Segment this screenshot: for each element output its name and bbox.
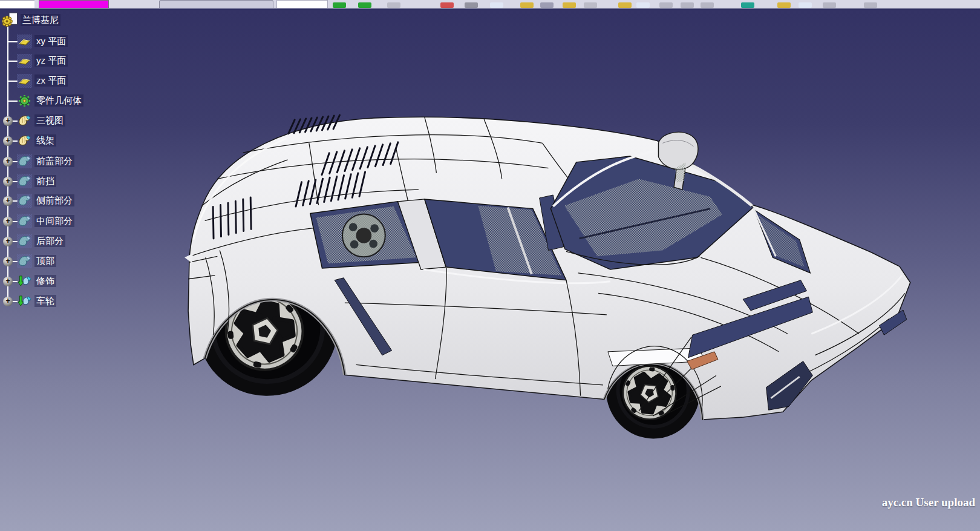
window-icon[interactable] [490,2,503,8]
yellow-tool-icon[interactable] [520,2,534,8]
tree-item-label[interactable]: 中间部分 [34,215,74,227]
tree-item-front-side[interactable]: + 侧前部分 [0,194,151,208]
geometrical-set-icon [17,114,32,128]
gray-tool-icon[interactable] [584,2,597,8]
tree-item-label[interactable]: 侧前部分 [34,194,74,206]
toolbar-button[interactable] [159,0,273,8]
toolbar [0,0,980,10]
tree-item-yz-plane[interactable]: yz 平面 [0,54,151,68]
teal-tool-icon[interactable] [741,2,754,8]
expand-icon[interactable]: + [3,136,13,146]
tree-item-zx-plane[interactable]: zx 平面 [0,74,151,88]
tree-item-label[interactable]: 修饰 [34,275,56,287]
tree-item-label[interactable]: 线架 [34,134,56,147]
geometrical-set-icon [17,134,32,148]
yellow-tool-icon[interactable] [563,2,576,8]
hidden-geometrical-set-icon [17,214,32,228]
tree-item-wireframe[interactable]: + 线架 [0,134,151,148]
ordered-geometrical-set-icon [17,294,32,308]
hidden-geometrical-set-icon [17,234,32,248]
green-arrow-icon[interactable] [333,2,346,8]
window-icon[interactable] [636,2,650,8]
tree-item-label[interactable]: zx 平面 [34,74,68,87]
expand-icon[interactable]: + [3,237,13,246]
no-entry-icon[interactable] [440,2,454,8]
tree-item-front-shield[interactable]: + 前挡 [0,174,151,189]
ordered-geometrical-set-icon [17,274,32,288]
hidden-geometrical-set-icon [17,154,32,168]
tree-item-label[interactable]: 车轮 [34,295,56,307]
tree-item-partbody[interactable]: 零件几何体 [0,94,151,108]
tree-item-rear-section[interactable]: + 后部分 [0,234,151,249]
expand-icon[interactable]: + [3,217,13,226]
gray-tool-icon[interactable] [864,2,877,8]
expand-icon[interactable]: + [3,257,13,266]
gray-tool-icon[interactable] [823,2,836,8]
tree-item-xy-plane[interactable]: xy 平面 [0,35,151,49]
viewport-3d[interactable]: 兰博基尼 xy 平面 yz 平面 zx 平面 零件几何体 + 三视图 [0,8,980,531]
expand-icon[interactable]: + [3,177,13,186]
tree-item-top-section[interactable]: + 顶部 [0,254,151,269]
tree-item-label[interactable]: 后部分 [34,235,65,247]
partbody-icon [17,94,32,108]
window-icon[interactable] [799,2,812,8]
tree-item-front-cover[interactable]: + 前盖部分 [0,154,151,169]
tree-item-middle-section[interactable]: + 中间部分 [0,214,151,229]
color-swatch[interactable] [39,0,109,8]
specification-tree: 兰博基尼 xy 平面 yz 平面 zx 平面 零件几何体 + 三视图 [0,8,157,323]
yellow-tool-icon[interactable] [618,2,632,8]
gray-tool-icon[interactable] [659,2,673,8]
catia-window: 兰博基尼 xy 平面 yz 平面 zx 平面 零件几何体 + 三视图 [0,0,980,531]
plane-icon [17,54,32,68]
expand-icon[interactable]: + [3,157,13,167]
tree-item-root-part[interactable]: 兰博基尼 [0,13,151,28]
car-model[interactable] [185,115,910,443]
gray-tool-icon[interactable] [681,2,694,8]
gray-tool-icon[interactable] [387,2,400,8]
part-icon [2,12,19,28]
toolbar-dropdown[interactable] [276,0,328,8]
tree-item-label[interactable]: 三视图 [34,114,65,127]
expand-icon[interactable]: + [3,297,13,306]
tree-item-label[interactable]: yz 平面 [34,54,68,67]
slate-tool-icon[interactable] [540,2,554,8]
plane-icon [17,74,32,88]
tree-item-label[interactable]: 前挡 [34,175,56,187]
yellow-tool-icon[interactable] [777,2,791,8]
tree-item-wheels[interactable]: + 车轮 [0,294,151,309]
tree-item-label[interactable]: 顶部 [34,255,56,267]
expand-icon[interactable]: + [3,196,13,206]
toolbar-field[interactable] [0,0,34,8]
pencil-icon[interactable] [465,2,478,8]
expand-icon[interactable]: + [3,277,13,286]
tree-item-three-views[interactable]: + 三视图 [0,114,151,128]
taillight-highlight [185,253,193,263]
hidden-geometrical-set-icon [17,254,32,268]
hidden-geometrical-set-icon [17,174,32,188]
tree-item-label[interactable]: 兰博基尼 [21,14,60,26]
expand-icon[interactable]: + [3,116,13,126]
hidden-geometrical-set-icon [17,194,32,208]
tree-item-trim[interactable]: + 修饰 [0,274,151,289]
gray-tool-icon[interactable] [701,2,714,8]
tree-item-label[interactable]: 前盖部分 [34,155,74,167]
green-arrow-icon[interactable] [358,2,371,8]
watermark-text: ayc.cn User upload [882,496,975,509]
tree-item-label[interactable]: 零件几何体 [34,94,83,107]
tree-item-label[interactable]: xy 平面 [34,35,68,47]
steering-wheel [342,214,385,257]
plane-icon [17,35,32,48]
